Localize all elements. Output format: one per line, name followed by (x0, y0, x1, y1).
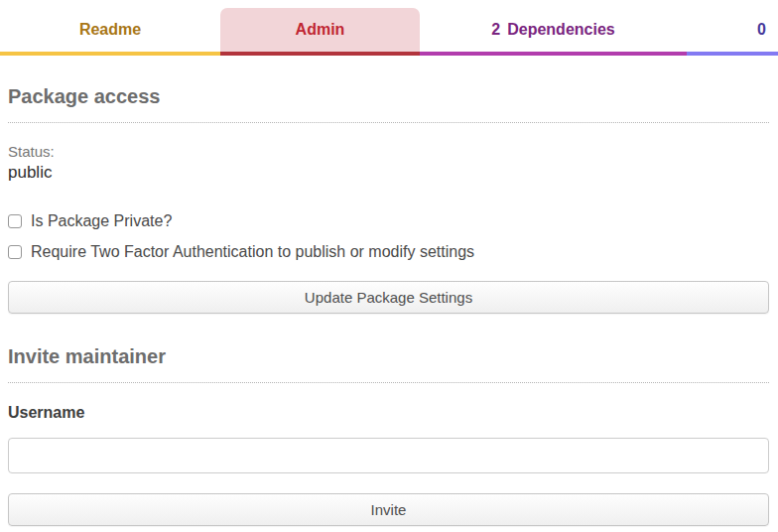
tab-dependencies-label: Dependencies (507, 21, 614, 39)
tab-dependents[interactable]: 0 (687, 8, 778, 56)
tab-dependencies[interactable]: 2 Dependencies (420, 8, 687, 56)
tab-readme-label: Readme (79, 21, 141, 39)
package-access-section: Package access Status: public Is Package… (8, 85, 769, 314)
status-value: public (8, 163, 769, 183)
checkbox-row-private: Is Package Private? (8, 212, 769, 230)
package-settings-checkboxes: Is Package Private? Require Two Factor A… (8, 212, 769, 261)
username-label: Username (8, 404, 769, 422)
tab-admin-label: Admin (296, 21, 345, 39)
invite-button[interactable]: Invite (8, 493, 769, 526)
update-package-settings-button[interactable]: Update Package Settings (8, 281, 769, 314)
tab-readme[interactable]: Readme (0, 8, 220, 56)
tab-dependencies-count: 2 (491, 21, 500, 39)
is-package-private-checkbox[interactable] (8, 214, 22, 228)
invite-maintainer-section: Invite maintainer Username Invite (8, 345, 769, 526)
status-label: Status: (8, 143, 769, 160)
package-access-title: Package access (8, 85, 769, 123)
admin-panel: Package access Status: public Is Package… (0, 85, 778, 526)
require-2fa-label[interactable]: Require Two Factor Authentication to pub… (31, 243, 474, 261)
tab-admin[interactable]: Admin (220, 8, 420, 56)
is-package-private-label[interactable]: Is Package Private? (31, 212, 172, 230)
package-tabbar: Readme Admin 2 Dependencies 0 (0, 0, 778, 56)
invite-maintainer-title: Invite maintainer (8, 345, 769, 383)
require-2fa-checkbox[interactable] (8, 245, 22, 259)
checkbox-row-2fa: Require Two Factor Authentication to pub… (8, 243, 769, 261)
username-input[interactable] (8, 438, 769, 473)
tab-dependents-count: 0 (757, 21, 766, 39)
